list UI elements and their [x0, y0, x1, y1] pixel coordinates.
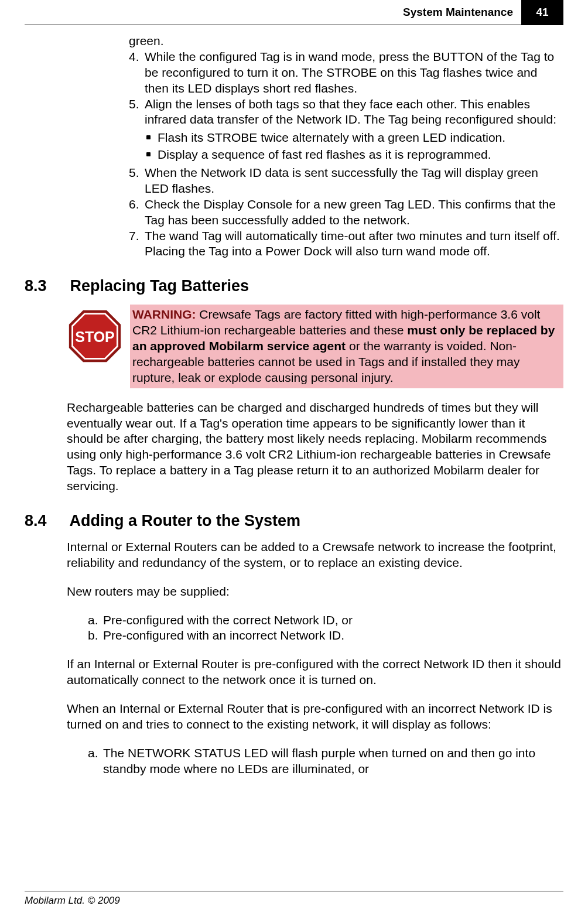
list-marker: 4. — [129, 49, 145, 97]
footer: Mobilarm Ltd. © 2009 — [25, 891, 563, 907]
list-marker: 5. — [129, 165, 145, 197]
section-title: Replacing Tag Batteries — [70, 277, 249, 295]
svg-text:STOP: STOP — [75, 329, 115, 345]
section-heading-8-4: 8.4 Adding a Router to the System — [25, 512, 563, 530]
list-item: a. Pre-configured with the correct Netwo… — [88, 613, 563, 628]
section-8-4-p4: When an Internal or External Router that… — [67, 701, 563, 733]
list-text: Align the lenses of both tags so that th… — [145, 97, 563, 128]
section-heading-8-3: 8.3 Replacing Tag Batteries — [25, 277, 563, 295]
warning-row: STOP WARNING: Crewsafe Tags are factory … — [67, 305, 563, 388]
list-text: Display a sequence of fast red flashes a… — [158, 147, 491, 163]
section-8-4-p3: If an Internal or External Router is pre… — [67, 657, 563, 688]
warning-label: WARNING: — [132, 307, 196, 321]
warning-box: WARNING: Crewsafe Tags are factory fitte… — [130, 305, 563, 388]
numbered-list-continuation-2: 5. When the Network ID data is sent succ… — [129, 165, 563, 259]
alpha-list-2: a. The NETWORK STATUS LED will flash pur… — [88, 746, 563, 777]
footer-copyright: Mobilarm Ltd. © 2009 — [25, 895, 120, 906]
list-item: 4. While the configured Tag is in wand m… — [129, 49, 563, 97]
page-header: System Maintenance 41 — [25, 0, 563, 25]
list-item: a. The NETWORK STATUS LED will flash pur… — [88, 746, 563, 777]
list-marker: b. — [88, 628, 103, 644]
stop-icon: STOP — [67, 305, 130, 367]
list-item: Display a sequence of fast red flashes a… — [146, 147, 563, 163]
sub-bullet-list: Flash its STROBE twice alternately with … — [146, 130, 563, 163]
header-section-title: System Maintenance — [403, 0, 521, 25]
list-marker: 6. — [129, 197, 145, 228]
section-8-4-p1: Internal or External Routers can be adde… — [67, 539, 563, 571]
alpha-list-1: a. Pre-configured with the correct Netwo… — [88, 613, 563, 644]
list-item: 5. When the Network ID data is sent succ… — [129, 165, 563, 197]
section-8-3-body: Rechargeable batteries can be charged an… — [67, 400, 563, 494]
section-number: 8.3 — [25, 277, 66, 295]
list-text: Pre-configured with an incorrect Network… — [103, 628, 563, 644]
bullet-icon — [146, 135, 151, 139]
list-text: Check the Display Console for a new gree… — [145, 197, 563, 228]
list-marker: 7. — [129, 228, 145, 260]
section-title: Adding a Router to the System — [70, 512, 301, 529]
section-number: 8.4 — [25, 512, 66, 530]
list-item: 6. Check the Display Console for a new g… — [129, 197, 563, 228]
list-text: Flash its STROBE twice alternately with … — [158, 130, 505, 146]
list-item: 7. The wand Tag will automatically time-… — [129, 228, 563, 260]
header-page-number: 41 — [521, 0, 563, 25]
list-text: While the configured Tag is in wand mode… — [145, 49, 563, 97]
list-item: Flash its STROBE twice alternately with … — [146, 130, 563, 146]
continuation-block: green. 4. While the configured Tag is in… — [129, 33, 563, 259]
list-item: b. Pre-configured with an incorrect Netw… — [88, 628, 563, 644]
numbered-list-continuation: 4. While the configured Tag is in wand m… — [129, 49, 563, 128]
green-tail: green. — [129, 33, 563, 49]
list-marker: a. — [88, 746, 103, 777]
list-text: The wand Tag will automatically time-out… — [145, 228, 563, 260]
list-text: The NETWORK STATUS LED will flash purple… — [103, 746, 563, 777]
bullet-icon — [146, 152, 151, 156]
section-8-4-p2: New routers may be supplied: — [67, 584, 563, 600]
list-text: Pre-configured with the correct Network … — [103, 613, 563, 628]
list-text: When the Network ID data is sent success… — [145, 165, 563, 197]
list-item: 5. Align the lenses of both tags so that… — [129, 97, 563, 128]
list-marker: 5. — [129, 97, 145, 128]
list-marker: a. — [88, 613, 103, 628]
